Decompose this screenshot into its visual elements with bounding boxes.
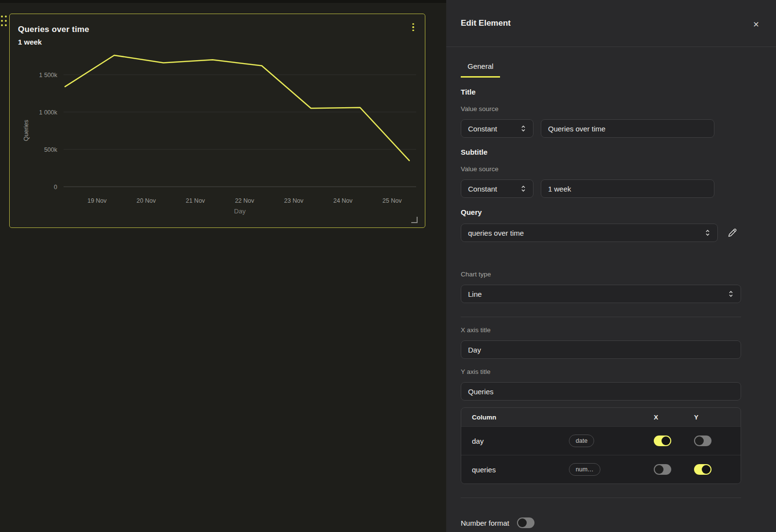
svg-text:Day: Day xyxy=(234,208,245,215)
svg-text:24 Nov: 24 Nov xyxy=(333,197,353,204)
x-axis-title-label: X axis title xyxy=(461,326,741,334)
svg-text:Queries: Queries xyxy=(23,120,30,141)
title-value-source-label: Value source xyxy=(461,105,741,113)
type-badge: date xyxy=(569,435,594,447)
column-header: Column xyxy=(472,414,569,421)
panel-title: Edit Element xyxy=(461,18,511,28)
svg-text:21 Nov: 21 Nov xyxy=(186,197,205,204)
subtitle-section-heading: Subtitle xyxy=(461,148,741,156)
column-name: day xyxy=(472,437,569,445)
day-x-toggle[interactable] xyxy=(654,435,671,446)
svg-text:23 Nov: 23 Nov xyxy=(284,197,304,204)
chevron-updown-icon xyxy=(728,290,734,298)
type-badge: num… xyxy=(569,463,600,476)
y-header: Y xyxy=(694,414,741,421)
svg-text:22 Nov: 22 Nov xyxy=(235,197,254,204)
svg-text:25 Nov: 25 Nov xyxy=(383,197,402,204)
resize-handle-icon[interactable] xyxy=(409,216,419,224)
title-value-input[interactable] xyxy=(541,119,714,138)
tab-bar: General xyxy=(461,58,776,78)
line-chart: 0500k1 000k1 500k19 Nov20 Nov21 Nov22 No… xyxy=(10,14,426,228)
subtitle-value-source-label: Value source xyxy=(461,165,741,173)
y-axis-title-label: Y axis title xyxy=(461,368,741,375)
dashboard-canvas[interactable]: Queries over time 1 week 0500k1 000k1 50… xyxy=(0,0,446,532)
chart-type-label: Chart type xyxy=(461,271,741,278)
number-format-label: Number format xyxy=(461,519,509,527)
panel-body: Title Value source Constant Subtitle Val… xyxy=(446,88,776,528)
section-divider xyxy=(461,498,741,498)
chevron-updown-icon xyxy=(705,229,711,237)
title-section-heading: Title xyxy=(461,88,741,96)
chevron-updown-icon xyxy=(520,185,526,193)
query-section-heading: Query xyxy=(461,208,741,216)
subtitle-value-input[interactable] xyxy=(541,179,714,198)
svg-text:0: 0 xyxy=(54,184,57,191)
table-row-day: day date xyxy=(461,426,741,455)
column-name: queries xyxy=(472,466,569,474)
svg-text:20 Nov: 20 Nov xyxy=(137,197,156,204)
svg-text:19 Nov: 19 Nov xyxy=(87,197,107,204)
edit-query-pencil-icon[interactable] xyxy=(727,227,738,239)
day-y-toggle[interactable] xyxy=(694,435,711,446)
chart-panel[interactable]: Queries over time 1 week 0500k1 000k1 50… xyxy=(9,14,425,228)
table-row-queries: queries num… xyxy=(461,455,741,484)
y-axis-title-input[interactable] xyxy=(461,382,741,401)
app-window: Queries over time 1 week 0500k1 000k1 50… xyxy=(0,0,776,532)
columns-table: Column X Y day date queries num… xyxy=(461,407,741,484)
svg-text:500k: 500k xyxy=(44,146,58,153)
tab-general[interactable]: General xyxy=(461,58,500,78)
queries-y-toggle[interactable] xyxy=(694,464,711,475)
chart-type-select[interactable]: Line xyxy=(461,285,741,303)
panel-drag-handle-icon[interactable] xyxy=(1,16,7,27)
svg-text:1 500k: 1 500k xyxy=(39,72,57,79)
queries-x-toggle[interactable] xyxy=(654,464,671,475)
number-format-toggle[interactable] xyxy=(517,517,534,528)
columns-table-header: Column X Y xyxy=(461,408,741,426)
edit-element-panel: Edit Element ✕ General Title Value sourc… xyxy=(446,0,776,532)
x-header: X xyxy=(654,414,694,421)
panel-header: Edit Element ✕ xyxy=(446,0,776,47)
chevron-updown-icon xyxy=(520,125,526,132)
query-select[interactable]: queries over time xyxy=(461,224,718,242)
section-divider xyxy=(461,317,741,317)
svg-text:1 000k: 1 000k xyxy=(39,109,57,116)
subtitle-source-select[interactable]: Constant xyxy=(461,179,534,198)
title-source-select[interactable]: Constant xyxy=(461,119,534,138)
x-axis-title-input[interactable] xyxy=(461,340,741,359)
number-format-row: Number format xyxy=(461,517,741,528)
canvas-top-edge xyxy=(0,0,446,3)
close-icon[interactable]: ✕ xyxy=(751,19,761,30)
